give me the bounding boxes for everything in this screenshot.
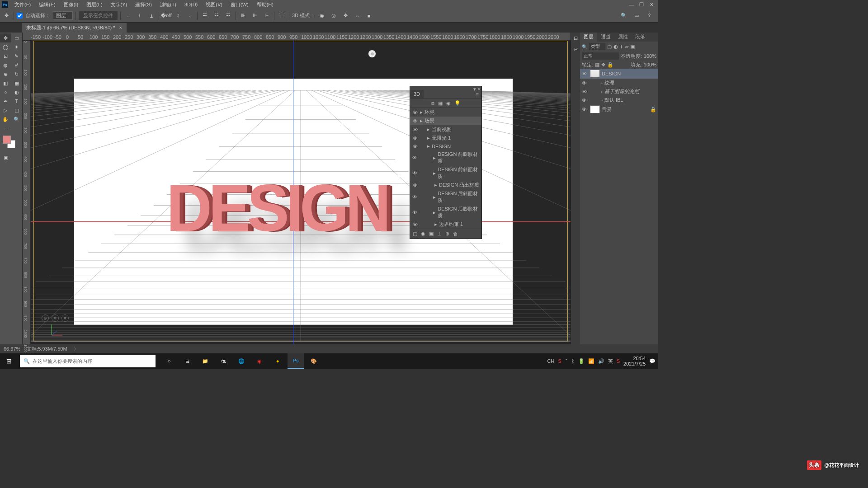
3d-panel-item[interactable]: 👁▸当前视图 <box>410 125 481 134</box>
filter-pixel-icon[interactable]: ▢ <box>607 44 612 50</box>
3d-slide-icon[interactable]: ↔ <box>353 11 362 20</box>
auto-select-dropdown[interactable]: 图层 <box>53 11 73 20</box>
p3d-ground-icon[interactable]: ⊥ <box>437 231 442 237</box>
share-icon[interactable]: ⇪ <box>645 11 654 20</box>
visibility-eye-icon[interactable]: 👁 <box>412 210 418 215</box>
tray-volume-icon[interactable]: 🔊 <box>598 358 604 364</box>
eraser-tool[interactable]: ◧ <box>0 79 11 88</box>
tab-properties[interactable]: 属性 <box>614 33 632 42</box>
layer-item[interactable]: 👁◦基于图像的光照 <box>580 87 658 96</box>
taskbar-search[interactable]: 🔍 在这里输入你要搜索的内容 <box>20 355 156 367</box>
tray-sogou-icon[interactable]: S <box>558 358 561 364</box>
tab-layers[interactable]: 图层 <box>580 33 597 42</box>
p3d-trash-icon[interactable]: 🗑 <box>453 231 458 237</box>
pan-ground-icon[interactable]: ✥ <box>52 314 59 322</box>
collapsed-panel-2-icon[interactable]: ✂ <box>574 47 578 52</box>
p3d-new-icon[interactable]: ▢ <box>413 231 417 237</box>
distribute-1-icon[interactable]: ☰ <box>200 11 209 20</box>
stamp-tool[interactable]: ⊕ <box>0 70 11 79</box>
p3d-new2-icon[interactable]: ⊕ <box>445 231 449 237</box>
align-right-icon[interactable]: ⫞ <box>185 11 194 20</box>
photoshop-taskbar-icon[interactable]: Ps <box>288 353 304 369</box>
distribute-2-icon[interactable]: ☷ <box>212 11 221 20</box>
start-button[interactable]: ⊞ <box>0 353 18 369</box>
orbit-ground-icon[interactable]: ⊕ <box>42 314 49 322</box>
filter-light-icon[interactable]: 💡 <box>454 100 461 106</box>
visibility-eye-icon[interactable]: 👁 <box>412 194 418 200</box>
type-tool[interactable]: T <box>11 97 23 106</box>
menu-select[interactable]: 选择(S) <box>132 0 156 9</box>
menu-edit[interactable]: 编辑(E) <box>35 0 59 9</box>
visibility-eye-icon[interactable]: 👁 <box>412 155 418 160</box>
blend-mode-dropdown[interactable]: 正常 <box>582 52 619 60</box>
layer-visibility-icon[interactable]: 👁 <box>582 80 588 86</box>
layer-thumbnail[interactable] <box>590 105 600 113</box>
layer-item[interactable]: 👁DESIGN <box>580 69 658 79</box>
dolly-ground-icon[interactable]: ⇕ <box>61 314 69 322</box>
align-vcenter-icon[interactable]: ⫲ <box>135 11 144 20</box>
zoom-tool[interactable]: 🔍 <box>11 115 23 124</box>
store-icon[interactable]: 🛍 <box>215 353 231 369</box>
heal-tool[interactable]: ◍ <box>0 61 11 70</box>
menu-type[interactable]: 文字(Y) <box>107 0 131 9</box>
tab-paragraph[interactable]: 段落 <box>632 33 649 42</box>
blur-tool[interactable]: ○ <box>0 88 11 97</box>
explorer-icon[interactable]: 📁 <box>197 353 213 369</box>
layer-item[interactable]: 👁◦默认 IBL <box>580 96 658 104</box>
lasso-tool[interactable]: ◯ <box>0 42 11 52</box>
opacity-value[interactable]: 100% <box>644 53 656 59</box>
workspace-icon[interactable]: ▭ <box>632 11 641 20</box>
more-icon[interactable]: ⋮⋮ <box>277 11 286 20</box>
3d-panel-item[interactable]: 👁▸DESIGN <box>410 142 481 150</box>
visibility-eye-icon[interactable]: 👁 <box>412 127 418 132</box>
menu-layer[interactable]: 图层(L) <box>83 0 106 9</box>
3d-panel-item[interactable]: 👁▸DESIGN 后膨胀材质 <box>410 205 481 220</box>
crop-tool[interactable]: ⊡ <box>0 52 11 61</box>
layer-item[interactable]: 👁背景🔒 <box>580 104 658 114</box>
brush-tool[interactable]: ✐ <box>11 61 23 70</box>
music-icon[interactable]: ◉ <box>251 353 268 369</box>
distribute-h1-icon[interactable]: ⊪ <box>239 11 248 20</box>
menu-3d[interactable]: 3D(D) <box>181 1 201 8</box>
path-tool[interactable]: ▷ <box>0 106 11 115</box>
layer-thumbnail[interactable] <box>590 70 600 78</box>
minimize-icon[interactable]: — <box>628 2 635 7</box>
visibility-eye-icon[interactable]: 👁 <box>412 110 418 115</box>
menu-file[interactable]: 文件(F) <box>11 0 34 9</box>
3d-panel-item[interactable]: 👁▸DESIGN 前斜面材质 <box>410 165 481 181</box>
align-hcenter-icon[interactable]: ⫱ <box>174 11 183 20</box>
cortana-icon[interactable]: ○ <box>161 353 177 369</box>
move-tool-icon[interactable]: ✥ <box>2 11 11 20</box>
align-bottom-icon[interactable]: ⫫ <box>147 11 156 20</box>
visibility-eye-icon[interactable]: 👁 <box>412 118 418 124</box>
layer-item[interactable]: 👁◦纹理 <box>580 79 658 87</box>
eyedropper-tool[interactable]: ✎ <box>11 52 23 61</box>
more-tool[interactable]: ⋯ <box>0 124 11 133</box>
p3d-render-icon[interactable]: ▣ <box>429 231 434 237</box>
menu-help[interactable]: 帮助(H) <box>253 0 277 9</box>
3d-panel-item[interactable]: 👁▸边界约束 1 <box>410 220 481 229</box>
visibility-eye-icon[interactable]: 👁 <box>412 170 418 176</box>
filter-adjust-icon[interactable]: ◐ <box>613 44 618 50</box>
p3d-light-icon[interactable]: ◉ <box>421 231 425 237</box>
layer-visibility-icon[interactable]: 👁 <box>582 89 588 94</box>
3d-panel-item[interactable]: 👁▸场景 <box>410 117 481 125</box>
3d-panel-item[interactable]: 👁▸无限光 1 <box>410 134 481 142</box>
align-top-icon[interactable]: ⫠ <box>123 11 132 20</box>
zoom-level[interactable]: 66.67% <box>4 346 20 352</box>
3d-panel-item[interactable]: 👁▸DESIGN 后斜面材质 <box>410 189 481 205</box>
3d-pan-icon[interactable]: ✥ <box>341 11 350 20</box>
wand-tool[interactable]: ✦ <box>11 42 23 52</box>
fg-color-swatch[interactable] <box>3 136 11 144</box>
menu-view[interactable]: 视图(V) <box>202 0 226 9</box>
tray-sogou2-icon[interactable]: S <box>617 358 620 364</box>
filter-shape-icon[interactable]: ▱ <box>625 44 628 50</box>
tab-close-icon[interactable]: × <box>119 25 122 30</box>
canvas[interactable]: DESIGN ✹ ⊕ ✥ ⇕ ▾× 3D≡ ⧈ ▦ ◉ <box>31 41 571 344</box>
distribute-h2-icon[interactable]: ⊫ <box>250 11 259 20</box>
filter-smart-icon[interactable]: ▣ <box>630 44 635 50</box>
auto-select-checkbox[interactable] <box>17 13 23 19</box>
filter-mesh-icon[interactable]: ▦ <box>438 100 443 106</box>
layer-visibility-icon[interactable]: 👁 <box>582 98 588 103</box>
3d-panel-item[interactable]: 👁▸DESIGN 凸出材质 <box>410 181 481 189</box>
